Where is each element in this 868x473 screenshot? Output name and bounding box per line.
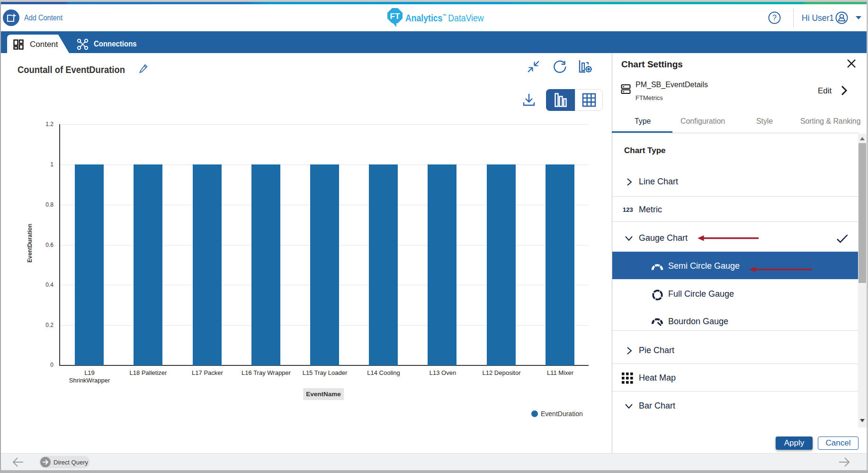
- svg-text:FT: FT: [390, 12, 400, 21]
- svg-text:?: ?: [772, 14, 777, 22]
